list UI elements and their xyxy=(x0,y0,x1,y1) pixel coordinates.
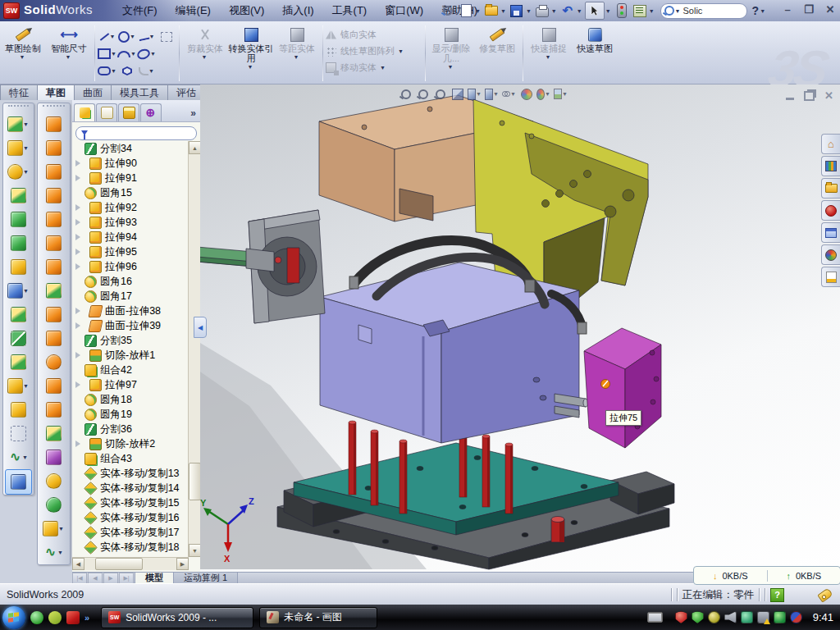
plane-button[interactable] xyxy=(3,398,34,422)
taskbar-window-0[interactable]: SWSolidWorks 2009 - ... xyxy=(101,607,253,628)
tree-item[interactable]: 分割35 xyxy=(72,333,189,348)
expand-arrow[interactable] xyxy=(75,381,86,388)
revolved-boss-button[interactable] xyxy=(38,112,70,136)
tree-item[interactable]: 切除-放样2 xyxy=(72,436,189,451)
open-button[interactable] xyxy=(483,2,500,19)
taskpane-appearances-tab[interactable] xyxy=(821,244,840,265)
quick-tips-button[interactable]: ? xyxy=(770,588,784,602)
tree-horizontal-scrollbar[interactable]: ◀ ▶ xyxy=(72,557,189,570)
tree-filter-input[interactable] xyxy=(75,126,197,140)
apply-scene-button[interactable]: ▼ xyxy=(536,87,551,101)
dropdown-arrow[interactable]: ▼ xyxy=(398,48,404,54)
nav-prev-button[interactable]: ◀ xyxy=(88,573,103,584)
open-dropdown[interactable]: ▼ xyxy=(500,8,506,14)
dropdown-arrow[interactable]: ▼ xyxy=(130,34,135,39)
tree-item[interactable]: 实体-移动/复制16 xyxy=(72,510,189,525)
freeform-button[interactable] xyxy=(38,231,70,255)
doc-tab-0[interactable]: 模型 xyxy=(135,573,174,584)
nav-last-button[interactable]: ▶| xyxy=(119,573,134,584)
panel-more-chevron[interactable]: » xyxy=(190,107,199,121)
taskpane-solidworks-resources-tab[interactable] xyxy=(821,200,840,221)
dashedbox-button[interactable] xyxy=(157,28,176,45)
nav-next-button[interactable]: ▶ xyxy=(103,573,118,584)
swept-boss-button[interactable] xyxy=(3,184,34,208)
cavity-button[interactable] xyxy=(38,374,70,398)
point-button[interactable] xyxy=(157,62,176,80)
updater-icon[interactable] xyxy=(708,611,720,623)
defender-shield-icon[interactable] xyxy=(692,611,704,623)
scroll-right-button[interactable]: ▶ xyxy=(176,558,189,570)
split-button[interactable] xyxy=(3,326,34,350)
tree-item[interactable]: 圆角17 xyxy=(72,289,189,304)
search-input[interactable]: Solic xyxy=(683,6,703,16)
dimxpertmanager-tab[interactable]: ⊕ xyxy=(140,103,162,121)
curve2-button[interactable]: ▼ xyxy=(38,517,70,541)
options-button[interactable] xyxy=(632,2,648,19)
tree-item[interactable]: 拉伸92 xyxy=(72,200,189,215)
quick-snaps-button[interactable]: 快速捕捉▼ xyxy=(526,23,572,84)
spline-tool-button[interactable]: ∿▼ xyxy=(3,445,34,469)
search-box[interactable]: ▼ Solic xyxy=(660,3,747,19)
spline2-button[interactable]: ∿▼ xyxy=(38,541,70,564)
start-button[interactable] xyxy=(2,606,25,629)
line-button[interactable]: ▼ xyxy=(98,28,117,45)
taskpane-custom-properties-tab[interactable] xyxy=(821,267,840,287)
display-style-button[interactable]: ▼ xyxy=(485,87,500,101)
repair-sketch-button[interactable]: 修复草图 xyxy=(474,23,520,84)
antivirus-shield-icon[interactable] xyxy=(675,611,687,623)
tree-item[interactable]: 曲面-拉伸38 xyxy=(72,304,189,318)
scroll-up-button[interactable]: ▲ xyxy=(189,141,201,154)
tree-item[interactable]: 拉伸97 xyxy=(72,377,189,392)
arc-button[interactable]: ▼ xyxy=(117,45,137,62)
rapid-sketch-button[interactable]: 快速草图 xyxy=(572,23,618,84)
convert-entities-button[interactable]: 转换实体引用▼ xyxy=(228,23,274,84)
menu-2[interactable]: 视图(V) xyxy=(221,2,272,20)
dropdown-arrow[interactable]: ▼ xyxy=(111,51,116,57)
tree-item[interactable]: 圆角16 xyxy=(72,274,189,289)
tree-item[interactable]: 实体-移动/复制13 xyxy=(72,466,189,481)
toolbar-grip[interactable] xyxy=(43,105,65,112)
tree-item[interactable]: 组合42 xyxy=(72,363,189,377)
quicklaunch-antivirus-icon[interactable] xyxy=(48,611,62,624)
doc-restore-button[interactable] xyxy=(804,91,815,101)
close-button[interactable]: ✕ xyxy=(824,3,837,16)
dropdown-arrow[interactable]: ▼ xyxy=(380,65,386,71)
expand-arrow[interactable] xyxy=(75,234,86,240)
tree-item[interactable]: 拉伸96 xyxy=(72,259,189,274)
configurationmanager-tab[interactable] xyxy=(118,103,139,121)
parting-line-button[interactable] xyxy=(38,398,70,422)
messenger-status-icon[interactable] xyxy=(790,611,802,623)
panel-collapse-arrow[interactable]: ◀ xyxy=(194,317,207,338)
restore-button[interactable]: ❐ xyxy=(802,3,815,16)
tree-item[interactable]: 曲面-拉伸39 xyxy=(72,318,189,333)
undo-dropdown[interactable]: ▼ xyxy=(577,8,582,14)
curve-button[interactable]: ▼ xyxy=(3,374,34,398)
section-view-button[interactable] xyxy=(450,87,465,101)
delete-face-button[interactable] xyxy=(38,350,70,374)
tree-item[interactable]: 实体-移动/复制17 xyxy=(72,525,189,540)
tree-item[interactable]: 圆角18 xyxy=(72,392,189,407)
toolbar-grip[interactable] xyxy=(8,105,29,112)
dropdown-arrow[interactable]: ▼ xyxy=(130,51,136,57)
view-orientation-button[interactable]: ▼ xyxy=(468,87,482,101)
combine-bodies-button[interactable] xyxy=(3,303,34,326)
featuremanager-tab[interactable] xyxy=(74,103,95,121)
expand-arrow[interactable] xyxy=(75,219,86,226)
doc-close-button[interactable]: ✕ xyxy=(824,89,833,102)
dropdown-arrow[interactable]: ▼ xyxy=(22,454,28,460)
dropdown-arrow[interactable]: ▼ xyxy=(23,169,29,175)
expand-arrow[interactable] xyxy=(75,249,86,255)
save-dropdown[interactable]: ▼ xyxy=(526,8,532,14)
propertymanager-tab[interactable] xyxy=(96,103,117,121)
quicklaunch-messenger-icon[interactable] xyxy=(30,611,43,624)
health-shield-icon[interactable] xyxy=(774,611,786,623)
dropdown-arrow[interactable]: ▼ xyxy=(57,550,63,555)
tooling-split-button[interactable] xyxy=(38,422,70,445)
fillet2-button[interactable] xyxy=(38,469,70,493)
tree-item[interactable]: 分割34 xyxy=(72,141,189,156)
menu-0[interactable]: 文件(F) xyxy=(115,2,165,20)
tree-item[interactable]: 实体-移动/复制15 xyxy=(72,495,189,510)
dropdown-arrow[interactable]: ▼ xyxy=(545,91,550,97)
ellipse-button[interactable]: ▼ xyxy=(137,45,157,62)
pushpin-icon[interactable] xyxy=(440,2,456,19)
